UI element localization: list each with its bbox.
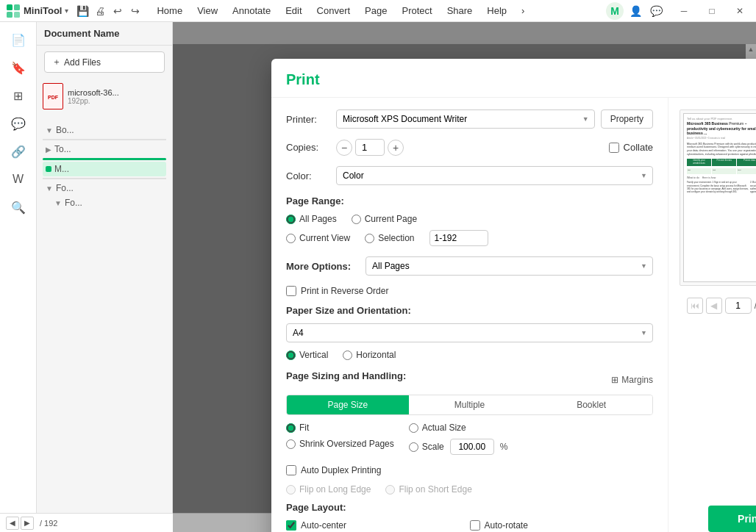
- property-button[interactable]: Property: [601, 109, 653, 129]
- chat-icon[interactable]: 💬: [647, 2, 665, 20]
- scale-input[interactable]: [450, 439, 494, 455]
- menu-protect[interactable]: Protect: [394, 2, 439, 19]
- auto-duplex-label[interactable]: Auto Duplex Printing: [301, 465, 381, 475]
- statusbar-next-button[interactable]: ▶: [21, 517, 34, 530]
- tree-item-4[interactable]: ▼ Fo...: [43, 181, 166, 195]
- reverse-order-label[interactable]: Print in Reverse Order: [301, 286, 388, 296]
- all-pages-radio[interactable]: [286, 215, 296, 224]
- close-button[interactable]: ✕: [727, 0, 753, 22]
- preview-container: Tell us about your PDF experience. Micro…: [680, 109, 756, 286]
- auto-duplex-checkbox[interactable]: [286, 465, 296, 475]
- fit-radio[interactable]: [286, 423, 296, 433]
- flip-short-option[interactable]: Flip on Short Edge: [385, 484, 471, 495]
- menu-page[interactable]: Page: [357, 2, 394, 19]
- current-page-option[interactable]: Current Page: [352, 214, 417, 224]
- sidebar-item-link[interactable]: 🔗: [4, 138, 33, 165]
- vertical-radio[interactable]: [286, 351, 296, 360]
- auto-rotate-checkbox[interactable]: [470, 520, 480, 531]
- menu-more[interactable]: ›: [514, 2, 532, 19]
- menu-help[interactable]: Help: [479, 2, 514, 19]
- menu-home[interactable]: Home: [149, 2, 190, 19]
- auto-center-option[interactable]: Auto-center: [286, 520, 470, 531]
- current-view-radio[interactable]: [286, 234, 296, 243]
- sidebar-item-file[interactable]: 📄: [4, 26, 33, 53]
- app-dropdown-arrow[interactable]: ▾: [65, 7, 68, 15]
- tab-booklet[interactable]: Booklet: [530, 395, 652, 414]
- horizontal-option[interactable]: Horizontal: [343, 350, 396, 360]
- menu-edit[interactable]: Edit: [278, 2, 309, 19]
- sub-tree-item-1[interactable]: ▼ Fo...: [51, 195, 166, 210]
- shrink-radio[interactable]: [286, 439, 296, 449]
- sidebar-item-word[interactable]: W: [4, 166, 33, 193]
- actual-size-radio[interactable]: [409, 423, 418, 433]
- color-select[interactable]: Color Grayscale: [336, 166, 653, 185]
- tree-item-3[interactable]: M...: [43, 162, 166, 176]
- menu-view[interactable]: View: [190, 2, 225, 19]
- horizontal-radio[interactable]: [343, 351, 352, 360]
- flip-row: Flip on Long Edge Flip on Short Edge: [286, 484, 653, 495]
- selection-radio[interactable]: [365, 234, 374, 243]
- scale-option[interactable]: Scale: [409, 442, 444, 452]
- reverse-order-checkbox[interactable]: [286, 286, 296, 296]
- minimize-button[interactable]: ─: [671, 0, 697, 22]
- current-page-radio[interactable]: [352, 215, 361, 224]
- tab-page-size[interactable]: Page Size: [287, 395, 409, 414]
- shrink-option[interactable]: Shrink Oversized Pages: [286, 439, 394, 449]
- statusbar-prev-button[interactable]: ◀: [6, 517, 19, 530]
- actual-size-option[interactable]: Actual Size: [409, 423, 508, 433]
- menu-convert[interactable]: Convert: [310, 2, 358, 19]
- more-options-select[interactable]: All Pages Odd Pages Even Pages: [365, 256, 653, 276]
- flip-short-label: Flip on Short Edge: [399, 484, 471, 495]
- add-files-button[interactable]: ＋ Add Files: [44, 51, 165, 73]
- current-view-option[interactable]: Current View: [286, 233, 350, 243]
- print-button[interactable]: Print: [708, 506, 756, 532]
- selection-label: Selection: [378, 233, 414, 243]
- selection-input[interactable]: [429, 230, 488, 246]
- paper-size-select[interactable]: A4 Letter Legal: [286, 323, 653, 342]
- maximize-button[interactable]: □: [699, 0, 725, 22]
- menu-share[interactable]: Share: [440, 2, 480, 19]
- sidebar-item-comment[interactable]: 💬: [4, 110, 33, 137]
- flip-long-option[interactable]: Flip on Long Edge: [286, 484, 371, 495]
- page-range-options: All Pages Current Page: [286, 214, 653, 224]
- sub-tree-label-1: Fo...: [65, 198, 82, 208]
- prev-page-button[interactable]: ◀: [706, 298, 722, 314]
- menu-annotate[interactable]: Annotate: [225, 2, 278, 19]
- svg-rect-3: [14, 12, 20, 18]
- page-number-input[interactable]: [725, 298, 752, 314]
- sidebar-item-bookmark[interactable]: 🔖: [4, 54, 33, 81]
- doc-name: microsoft-36...: [68, 88, 119, 97]
- printer-select[interactable]: Microsoft XPS Document Writer: [336, 109, 595, 129]
- current-page-label: Current Page: [365, 214, 417, 224]
- print-icon[interactable]: 🖨: [92, 3, 108, 19]
- doc-list-item[interactable]: PDF microsoft-36... 192pp.: [37, 79, 172, 114]
- scale-radio[interactable]: [409, 442, 418, 452]
- first-page-button[interactable]: ⏮: [687, 298, 703, 314]
- copies-decrement-button[interactable]: −: [336, 140, 352, 156]
- all-pages-option[interactable]: All Pages: [286, 214, 337, 224]
- copies-increment-button[interactable]: +: [388, 140, 404, 156]
- undo-icon[interactable]: ↩: [110, 3, 126, 19]
- sidebar-item-search[interactable]: 🔍: [4, 194, 33, 220]
- tree-item-2[interactable]: ▶ To...: [43, 142, 166, 157]
- scale-row: Scale %: [409, 439, 508, 455]
- fit-option[interactable]: Fit: [286, 423, 394, 433]
- collate-checkbox[interactable]: [609, 143, 619, 153]
- redo-icon[interactable]: ↪: [127, 3, 143, 19]
- preview-body: Microsoft 365 Business Premium with its …: [687, 143, 756, 157]
- collate-label[interactable]: Collate: [624, 142, 653, 153]
- save-icon[interactable]: 💾: [74, 3, 90, 19]
- selection-option[interactable]: Selection: [365, 233, 414, 243]
- account-icon[interactable]: M: [606, 2, 624, 20]
- sidebar-item-grid[interactable]: ⊞: [4, 82, 33, 109]
- auto-center-checkbox[interactable]: [286, 520, 296, 531]
- profile-icon[interactable]: 👤: [627, 2, 644, 20]
- preview-cell-2: text: [712, 168, 736, 174]
- vertical-option[interactable]: Vertical: [286, 350, 328, 360]
- copies-input[interactable]: [355, 139, 385, 156]
- panel-header: Document Name: [37, 22, 172, 46]
- tree-item-1[interactable]: ▼ Bo...: [43, 123, 166, 137]
- margins-button[interactable]: ⊞ Margins: [611, 375, 653, 385]
- auto-rotate-option[interactable]: Auto-rotate: [470, 520, 654, 531]
- tab-multiple[interactable]: Multiple: [409, 395, 531, 414]
